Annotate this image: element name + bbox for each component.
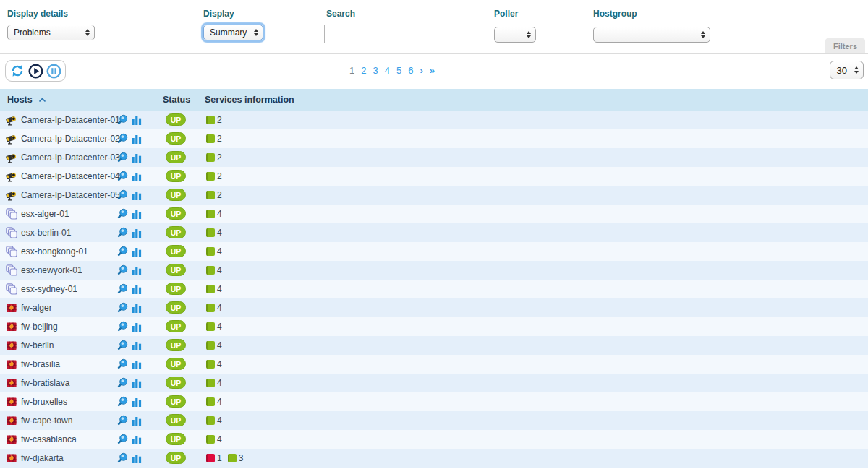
service-details-button[interactable] [117,227,128,238]
performance-graph-button[interactable] [132,284,142,294]
host-name[interactable]: fw-berlin [21,340,54,350]
service-count-ok[interactable]: 4 [206,246,222,257]
refresh-button[interactable] [9,63,25,79]
performance-graph-button[interactable] [132,209,142,219]
page-link[interactable]: 6 [408,65,413,76]
performance-graph-button[interactable] [132,115,142,125]
performance-graph-button[interactable] [132,322,142,332]
performance-graph-button[interactable] [132,453,142,463]
service-details-button[interactable] [117,189,128,200]
page-current[interactable]: 1 [349,65,354,76]
service-details-button[interactable] [117,264,128,275]
service-details-button[interactable] [117,358,128,369]
page-size-select[interactable]: 30 [830,61,864,79]
service-count-ok[interactable]: 4 [206,209,222,219]
hostgroup-select[interactable] [593,27,710,43]
performance-graph-button[interactable] [132,416,142,426]
magnifier-icon [117,358,128,369]
host-name[interactable]: esx-newyork-01 [21,265,82,275]
page-link[interactable]: 4 [385,65,390,76]
performance-graph-button[interactable] [132,152,142,163]
performance-graph-button[interactable] [132,434,142,444]
service-details-button[interactable] [117,415,128,426]
host-name[interactable]: esx-berlin-01 [21,228,71,238]
service-count-ok[interactable]: 2 [206,171,222,181]
column-header-hosts[interactable]: Hosts [7,95,46,105]
host-name[interactable]: Camera-Ip-Datacenter-01 [21,115,120,125]
service-count-ok[interactable]: 2 [206,134,222,144]
service-details-button[interactable] [117,246,128,257]
performance-graph-button[interactable] [132,246,142,257]
service-count-ok[interactable]: 4 [206,265,222,275]
host-name[interactable]: esx-alger-01 [21,209,69,219]
poller-select[interactable] [494,27,536,43]
host-name[interactable]: Camera-Ip-Datacenter-03 [21,152,120,163]
pause-button[interactable] [46,63,61,79]
service-details-button[interactable] [117,340,128,350]
service-details-button[interactable] [117,452,128,463]
host-name[interactable]: esx-hongkong-01 [21,246,88,257]
service-count-ok[interactable]: 4 [206,397,222,407]
performance-graph-button[interactable] [132,134,142,144]
host-name[interactable]: fw-djakarta [21,453,64,463]
service-count-ok[interactable]: 4 [206,434,222,444]
service-count-ok[interactable]: 4 [206,303,222,313]
performance-graph-button[interactable] [132,397,142,407]
service-details-button[interactable] [117,302,128,313]
service-details-button[interactable] [117,114,128,125]
service-details-button[interactable] [117,434,128,444]
service-count-ok[interactable]: 4 [206,228,222,238]
performance-graph-button[interactable] [132,190,142,200]
host-name[interactable]: Camera-Ip-Datacenter-02 [21,134,120,144]
service-details-button[interactable] [117,133,128,144]
service-count-ok[interactable]: 2 [206,115,222,125]
host-name[interactable]: fw-bruxelles [21,397,67,407]
performance-graph-button[interactable] [132,303,142,313]
service-count-ok[interactable]: 4 [206,359,222,369]
host-name[interactable]: Camera-Ip-Datacenter-04 [21,171,120,181]
service-details-button[interactable] [117,283,128,294]
next-page-button[interactable]: › [420,65,422,76]
service-count-critical[interactable]: 1 [206,453,222,463]
host-name[interactable]: esx-sydney-01 [21,284,77,294]
host-name[interactable]: fw-brasilia [21,359,60,369]
service-details-button[interactable] [117,396,128,407]
display-details-select[interactable]: Problems [7,25,95,40]
filter-poller: Poller [494,9,536,43]
host-name[interactable]: fw-alger [21,303,52,313]
service-count-ok[interactable]: 4 [206,416,222,426]
performance-graph-button[interactable] [132,171,142,181]
bar-chart-icon [132,322,142,332]
host-name[interactable]: fw-casablanca [21,434,77,444]
service-details-button[interactable] [117,171,128,181]
page-link[interactable]: 3 [373,65,378,76]
service-count-ok[interactable]: 2 [206,152,222,163]
service-count-ok[interactable]: 4 [206,340,222,350]
performance-graph-button[interactable] [132,265,142,275]
service-count-ok[interactable]: 3 [228,453,244,463]
service-count-ok[interactable]: 4 [206,378,222,388]
last-page-button[interactable]: » [430,65,435,76]
service-count-ok[interactable]: 4 [206,284,222,294]
service-count-ok[interactable]: 2 [206,190,222,200]
performance-graph-button[interactable] [132,228,142,238]
page-link[interactable]: 2 [361,65,366,76]
host-status-badge: UP [166,132,186,145]
service-count-ok[interactable]: 4 [206,322,222,332]
service-details-button[interactable] [117,152,128,163]
service-details-button[interactable] [117,208,128,219]
host-name[interactable]: fw-beijing [21,322,58,332]
filters-tab[interactable]: Filters [825,38,865,53]
performance-graph-button[interactable] [132,359,142,369]
performance-graph-button[interactable] [132,340,142,350]
play-button[interactable] [27,63,43,79]
service-details-button[interactable] [117,321,128,332]
service-details-button[interactable] [117,377,128,388]
host-name[interactable]: fw-bratislava [21,378,69,388]
host-name[interactable]: fw-cape-town [21,416,72,426]
search-input[interactable] [324,25,399,43]
display-select[interactable]: Summary [203,25,263,40]
performance-graph-button[interactable] [132,378,142,388]
host-name[interactable]: Camera-Ip-Datacenter-05 [21,190,120,200]
page-link[interactable]: 5 [396,65,401,76]
